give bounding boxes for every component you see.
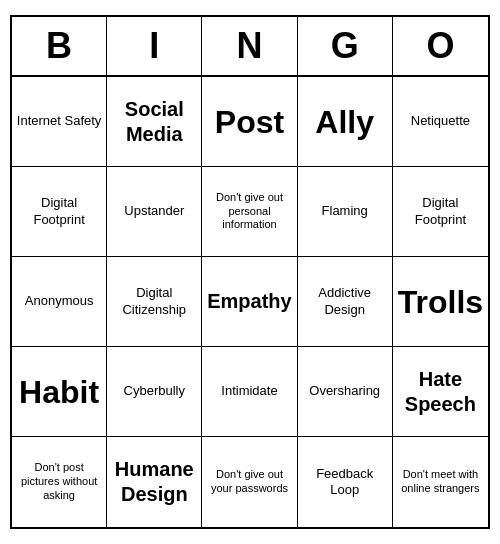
cell-text: Cyberbully	[124, 383, 185, 399]
cell-text: Don't give out personal information	[206, 191, 292, 232]
bingo-cell: Ally	[298, 77, 393, 167]
cell-text: Digital Citizenship	[111, 285, 197, 318]
header-letter: G	[298, 17, 393, 75]
cell-text: Humane Design	[111, 457, 197, 507]
cell-text: Upstander	[124, 203, 184, 219]
cell-text: Don't give out your passwords	[206, 468, 292, 496]
bingo-card: BINGO Internet SafetySocial MediaPostAll…	[10, 15, 490, 529]
bingo-cell: Upstander	[107, 167, 202, 257]
bingo-cell: Humane Design	[107, 437, 202, 527]
cell-text: Post	[215, 102, 284, 142]
cell-text: Intimidate	[221, 383, 277, 399]
bingo-cell: Empathy	[202, 257, 297, 347]
cell-text: Flaming	[322, 203, 368, 219]
cell-text: Trolls	[398, 282, 483, 322]
header-letter: N	[202, 17, 297, 75]
cell-text: Feedback Loop	[302, 466, 388, 499]
bingo-cell: Anonymous	[12, 257, 107, 347]
bingo-cell: Don't give out your passwords	[202, 437, 297, 527]
cell-text: Don't meet with online strangers	[397, 468, 484, 496]
bingo-grid: Internet SafetySocial MediaPostAllyNetiq…	[12, 77, 488, 527]
bingo-cell: Post	[202, 77, 297, 167]
bingo-header: BINGO	[12, 17, 488, 77]
cell-text: Digital Footprint	[16, 195, 102, 228]
bingo-cell: Habit	[12, 347, 107, 437]
cell-text: Oversharing	[309, 383, 380, 399]
bingo-cell: Flaming	[298, 167, 393, 257]
bingo-cell: Feedback Loop	[298, 437, 393, 527]
cell-text: Internet Safety	[17, 113, 102, 129]
bingo-cell: Netiquette	[393, 77, 488, 167]
cell-text: Hate Speech	[397, 367, 484, 417]
bingo-cell: Intimidate	[202, 347, 297, 437]
header-letter: O	[393, 17, 488, 75]
bingo-cell: Internet Safety	[12, 77, 107, 167]
bingo-cell: Cyberbully	[107, 347, 202, 437]
cell-text: Habit	[19, 372, 99, 412]
cell-text: Ally	[315, 102, 374, 142]
cell-text: Empathy	[207, 289, 291, 314]
cell-text: Social Media	[111, 97, 197, 147]
header-letter: B	[12, 17, 107, 75]
bingo-cell: Social Media	[107, 77, 202, 167]
cell-text: Don't post pictures without asking	[16, 461, 102, 502]
cell-text: Addictive Design	[302, 285, 388, 318]
bingo-cell: Trolls	[393, 257, 488, 347]
bingo-cell: Addictive Design	[298, 257, 393, 347]
cell-text: Netiquette	[411, 113, 470, 129]
header-letter: I	[107, 17, 202, 75]
bingo-cell: Hate Speech	[393, 347, 488, 437]
bingo-cell: Don't give out personal information	[202, 167, 297, 257]
bingo-cell: Don't post pictures without asking	[12, 437, 107, 527]
cell-text: Digital Footprint	[397, 195, 484, 228]
bingo-cell: Oversharing	[298, 347, 393, 437]
bingo-cell: Digital Footprint	[393, 167, 488, 257]
bingo-cell: Digital Footprint	[12, 167, 107, 257]
bingo-cell: Digital Citizenship	[107, 257, 202, 347]
cell-text: Anonymous	[25, 293, 94, 309]
bingo-cell: Don't meet with online strangers	[393, 437, 488, 527]
